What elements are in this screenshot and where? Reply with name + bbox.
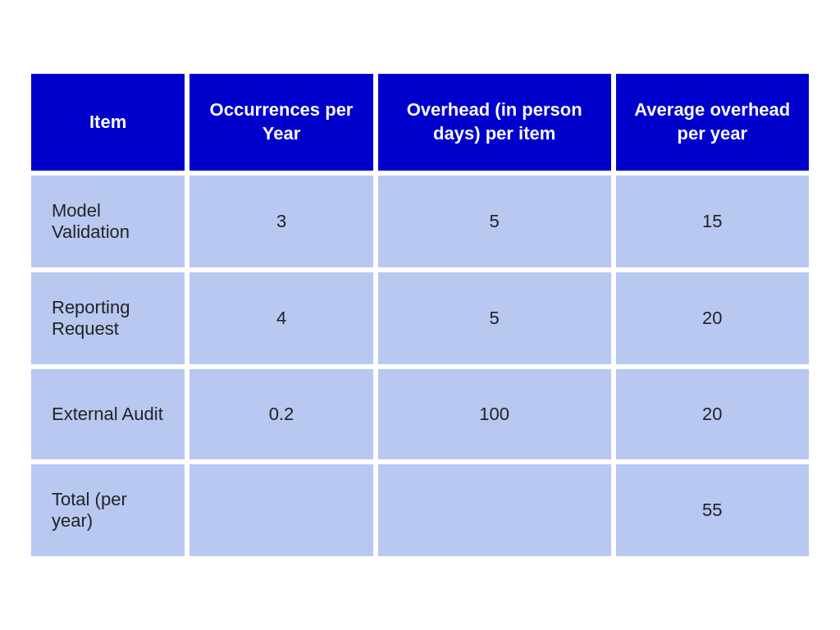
row-3-item: Total (per year) (31, 464, 185, 556)
table-row: Reporting Request 4 5 20 (31, 272, 809, 364)
row-3-occurrences (189, 464, 373, 556)
row-0-item: Model Validation (31, 176, 185, 267)
main-table-container: Item Occurrences per Year Overhead (in p… (26, 69, 814, 560)
row-3-overhead-per-item (378, 464, 611, 556)
row-0-overhead-per-item: 5 (378, 176, 611, 267)
row-3-average-overhead: 55 (616, 464, 809, 556)
overhead-table: Item Occurrences per Year Overhead (in p… (26, 69, 814, 560)
row-2-overhead-per-item: 100 (378, 369, 611, 459)
row-1-average-overhead: 20 (616, 272, 809, 364)
header-item: Item (31, 74, 185, 170)
row-1-occurrences: 4 (189, 272, 373, 364)
row-1-item: Reporting Request (31, 272, 185, 364)
row-2-occurrences: 0.2 (189, 369, 373, 459)
table-row: Model Validation 3 5 15 (31, 176, 809, 267)
row-1-overhead-per-item: 5 (378, 272, 611, 364)
table-row: External Audit 0.2 100 20 (31, 369, 809, 459)
row-2-item: External Audit (31, 369, 185, 459)
row-0-average-overhead: 15 (616, 176, 809, 267)
table-row: Total (per year) 55 (31, 464, 809, 556)
header-overhead-per-item: Overhead (in person days) per item (378, 74, 611, 170)
row-2-average-overhead: 20 (616, 369, 809, 459)
header-row: Item Occurrences per Year Overhead (in p… (31, 74, 809, 170)
header-occurrences: Occurrences per Year (189, 74, 373, 170)
row-0-occurrences: 3 (189, 176, 373, 267)
header-average-overhead: Average overhead per year (616, 74, 809, 170)
